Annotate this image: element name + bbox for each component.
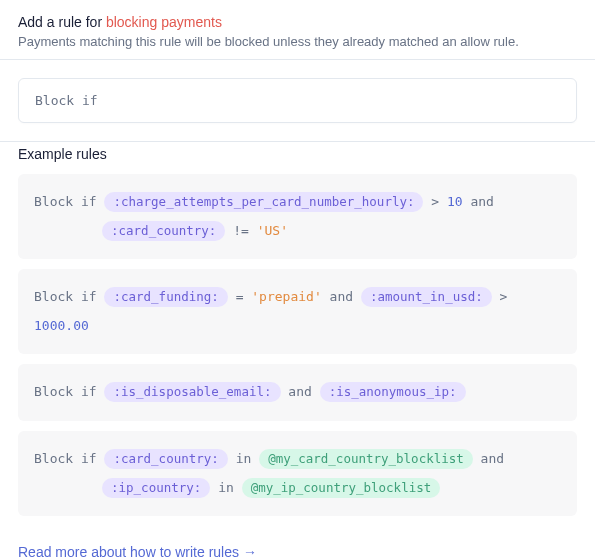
example-rule: Block if :is_disposable_email: and :is_a… [18, 364, 577, 421]
rule-input-section [0, 60, 595, 141]
arrow-right-icon: → [243, 544, 257, 560]
variable-token: :card_funding: [104, 287, 227, 307]
variable-token: :card_country: [102, 221, 225, 241]
title-prefix: Add a rule for [18, 14, 106, 30]
dialog-header: Add a rule for blocking payments Payment… [0, 0, 595, 59]
variable-token: :charge_attempts_per_card_number_hourly: [104, 192, 423, 212]
examples-title: Example rules [18, 146, 577, 162]
example-rules-section: Example rules Block if :charge_attempts_… [0, 142, 595, 544]
read-more-link[interactable]: Read more about how to write rules → [18, 544, 257, 560]
rule-input[interactable] [18, 78, 577, 123]
list-token: @my_card_country_blocklist [259, 449, 473, 469]
variable-token: :amount_in_usd: [361, 287, 492, 307]
example-rule: Block if :charge_attempts_per_card_numbe… [18, 174, 577, 259]
page-subtitle: Payments matching this rule will be bloc… [18, 34, 577, 49]
variable-token: :is_disposable_email: [104, 382, 280, 402]
example-rule: Block if :card_country: in @my_card_coun… [18, 431, 577, 516]
variable-token: :ip_country: [102, 478, 210, 498]
variable-token: :is_anonymous_ip: [320, 382, 466, 402]
help-link-row: Read more about how to write rules → [0, 544, 595, 560]
example-rule: Block if :card_funding: = 'prepaid' and … [18, 269, 577, 354]
page-title: Add a rule for blocking payments [18, 14, 577, 30]
link-text: Read more about how to write rules [18, 544, 239, 560]
list-token: @my_ip_country_blocklist [242, 478, 441, 498]
variable-token: :card_country: [104, 449, 227, 469]
title-emphasis: blocking payments [106, 14, 222, 30]
